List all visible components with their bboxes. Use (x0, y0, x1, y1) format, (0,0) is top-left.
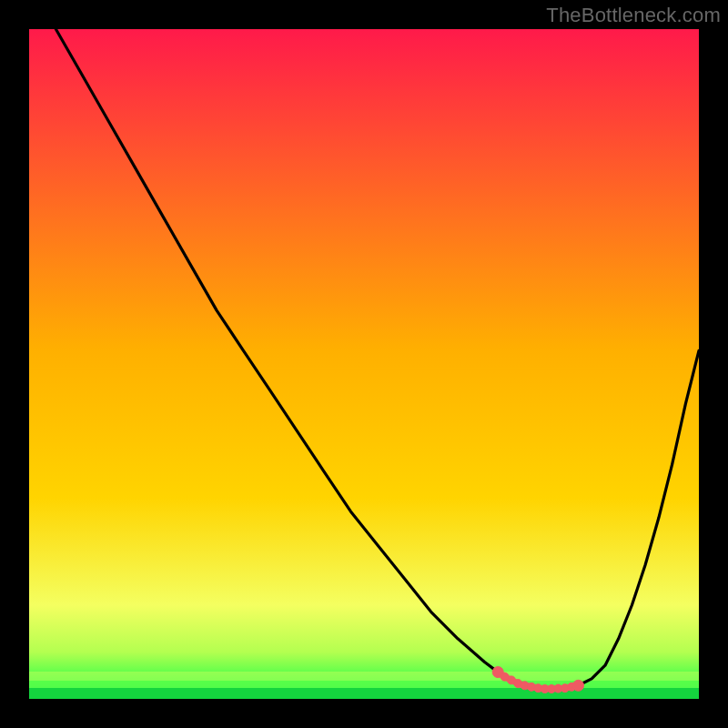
highlight-marker (573, 680, 584, 691)
attribution-label: TheBottleneck.com (546, 4, 721, 27)
green-band-3b (29, 688, 699, 699)
green-band-2b (29, 681, 699, 688)
plot-window (29, 29, 699, 699)
bottleneck-chart (0, 0, 728, 728)
